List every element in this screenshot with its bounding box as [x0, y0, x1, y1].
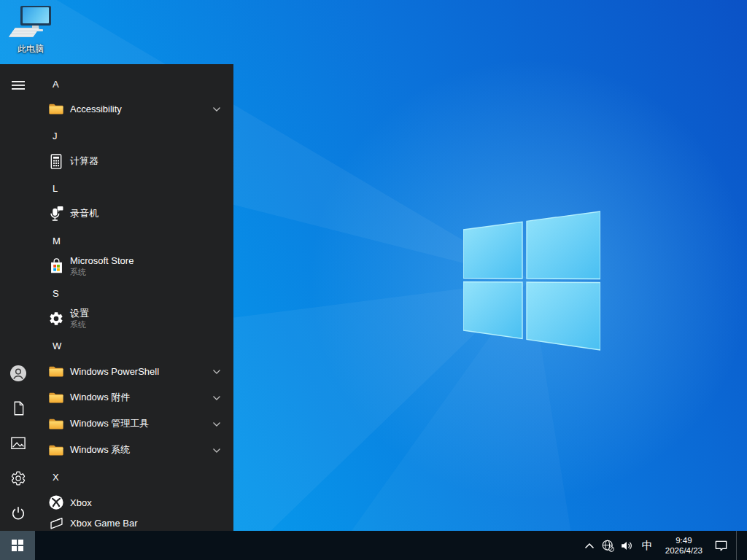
chevron-down-icon — [212, 417, 221, 430]
section-header-j[interactable]: J — [53, 128, 58, 145]
hamburger-menu-button[interactable] — [9, 77, 27, 94]
app-item-label: Microsoft Store — [70, 255, 133, 267]
app-item-label: Accessibility — [70, 104, 122, 114]
xbox-icon — [48, 494, 64, 511]
start-button[interactable] — [0, 531, 35, 560]
chevron-down-icon — [212, 443, 221, 456]
app-item-label: Xbox Game Bar — [70, 518, 138, 529]
network-status-button[interactable] — [599, 531, 618, 560]
game-bar-icon — [48, 514, 64, 531]
show-hidden-icons-button[interactable] — [580, 531, 599, 560]
clock-time: 9:49 — [665, 535, 703, 545]
folder-icon — [48, 415, 64, 432]
microphone-icon — [48, 205, 64, 222]
section-header-x[interactable]: X — [53, 469, 59, 486]
chevron-down-icon — [212, 365, 221, 378]
ime-indicator[interactable]: 中 — [637, 531, 658, 560]
calculator-icon — [48, 152, 64, 170]
windows-logo-wallpaper — [463, 210, 600, 353]
folder-icon — [48, 362, 64, 380]
app-item-accessibility[interactable]: Accessibility — [0, 96, 233, 122]
action-center-button[interactable] — [710, 531, 732, 560]
chevron-down-icon — [212, 391, 221, 404]
section-header-a[interactable]: A — [53, 76, 59, 93]
windows-logo-icon — [12, 540, 24, 552]
app-item-label: Xbox — [70, 497, 92, 508]
app-item-xbox-game-bar[interactable]: Xbox Game Bar — [0, 510, 233, 531]
desktop-icon-label: 此电脑 — [4, 43, 57, 55]
app-item-windows-admin-tools[interactable]: Windows 管理工具 — [0, 411, 233, 437]
app-item-label: Windows 管理工具 — [70, 417, 149, 430]
app-item-label: 录音机 — [70, 207, 98, 220]
app-item-label: Windows 系统 — [70, 443, 130, 456]
notification-icon — [714, 539, 728, 553]
folder-icon — [48, 389, 64, 406]
app-item-label: Windows PowerShell — [70, 366, 159, 377]
taskbar: 中 9:49 2026/4/23 — [0, 531, 747, 560]
volume-button[interactable] — [618, 531, 637, 560]
windows-desktop: 此电脑 — [0, 0, 747, 560]
chevron-down-icon — [212, 102, 221, 115]
section-header-s[interactable]: S — [53, 285, 59, 303]
speaker-icon — [620, 540, 634, 552]
app-item-calculator[interactable]: 计算器 — [0, 148, 233, 174]
this-pc-icon — [10, 6, 51, 39]
settings-gear-icon — [48, 310, 64, 327]
clock-date: 2026/4/23 — [665, 545, 703, 556]
chevron-up-icon — [584, 542, 595, 549]
app-item-voice-recorder[interactable]: 录音机 — [0, 201, 233, 227]
clock[interactable]: 9:49 2026/4/23 — [658, 531, 710, 560]
app-item-subtitle: 系统 — [70, 267, 133, 277]
section-header-l[interactable]: L — [53, 180, 58, 198]
folder-icon — [48, 441, 64, 459]
start-menu: A Accessibility J 计算器 — [0, 64, 233, 531]
app-item-label: 设置 — [70, 308, 89, 319]
section-header-w[interactable]: W — [53, 338, 61, 355]
app-item-microsoft-store[interactable]: Microsoft Store 系统 — [0, 249, 233, 283]
app-item-subtitle: 系统 — [70, 319, 89, 330]
globe-no-internet-icon — [601, 539, 615, 553]
folder-icon — [48, 100, 64, 117]
app-item-settings[interactable]: 设置 系统 — [0, 302, 233, 335]
desktop-icon-this-pc[interactable]: 此电脑 — [4, 6, 57, 55]
microsoft-store-icon — [48, 257, 64, 275]
app-item-windows-system[interactable]: Windows 系统 — [0, 437, 233, 463]
hamburger-icon — [12, 81, 25, 90]
app-item-windows-accessories[interactable]: Windows 附件 — [0, 384, 233, 411]
app-item-label: Windows 附件 — [70, 391, 130, 404]
app-item-windows-powershell[interactable]: Windows PowerShell — [0, 358, 233, 384]
system-tray: 中 9:49 2026/4/23 — [580, 531, 747, 560]
settings-rail-button[interactable] — [9, 470, 27, 487]
app-item-label: 计算器 — [70, 155, 98, 168]
gear-icon — [10, 470, 26, 486]
show-desktop-button[interactable] — [737, 531, 743, 560]
section-header-m[interactable]: M — [53, 233, 61, 250]
